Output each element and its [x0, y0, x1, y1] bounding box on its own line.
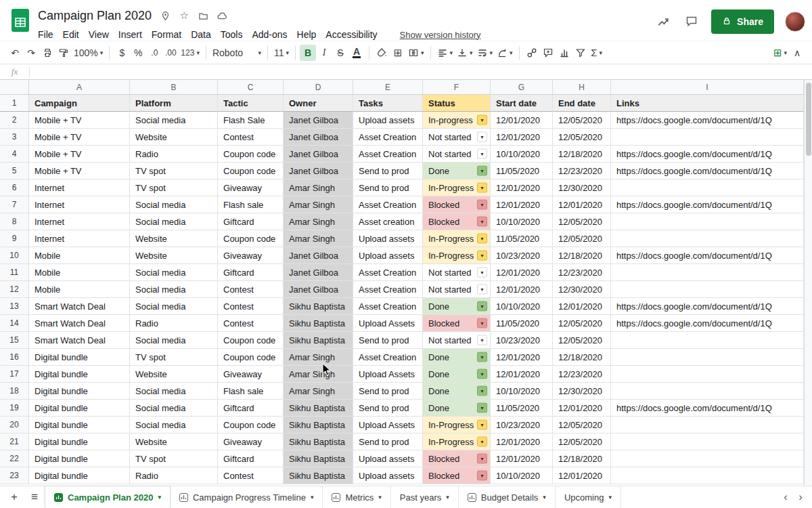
cell-D4[interactable]: Janet Gilboa [284, 146, 353, 163]
menu-data[interactable]: Data [186, 27, 216, 42]
cell-C7[interactable]: Flash sale [218, 196, 284, 213]
cell-E20[interactable]: Upload Assets [353, 417, 423, 433]
create-filter-button[interactable] [572, 45, 589, 61]
cell-C20[interactable]: Coupon code [218, 417, 284, 433]
row-number-9[interactable]: 9 [0, 230, 29, 247]
cell-F19[interactable]: Done▼ [423, 400, 491, 417]
cell-E17[interactable]: Upload Assets [353, 366, 423, 383]
cell-H2[interactable]: 12/05/2020 [553, 112, 611, 129]
row-number-22[interactable]: 22 [0, 450, 29, 467]
cell-A18[interactable]: Digital bundle [29, 383, 130, 400]
cell-E4[interactable]: Asset Creation [353, 146, 423, 163]
column-header-E[interactable]: E [353, 80, 423, 94]
cell-E11[interactable]: Asset Creation [353, 264, 423, 281]
cell-F17[interactable]: Done▼ [423, 366, 491, 383]
cell-C5[interactable]: Coupon code [218, 163, 284, 179]
menu-help[interactable]: Help [292, 27, 321, 42]
row-number-12[interactable]: 12 [0, 281, 29, 298]
insert-comment-button[interactable] [540, 45, 556, 61]
cell-E19[interactable]: Send to prod [353, 400, 423, 417]
cell-F5[interactable]: Done▼ [423, 163, 491, 179]
cell-E22[interactable]: Upload assets [353, 450, 423, 467]
cell-F2[interactable]: In-progress▼ [423, 112, 491, 129]
row-number-6[interactable]: 6 [0, 179, 29, 196]
version-history-link[interactable]: Show version history [400, 30, 481, 40]
status-dropdown-button[interactable]: ▼ [477, 268, 487, 278]
menu-format[interactable]: Format [147, 27, 186, 42]
cell-G10[interactable]: 10/23/2020 [491, 247, 553, 264]
cell-E9[interactable]: Upload assets [353, 230, 423, 247]
cell-C11[interactable]: Giftcard [218, 264, 284, 281]
cell-B11[interactable]: Social media [130, 264, 218, 281]
cell-F21[interactable]: In-Progress▼ [423, 433, 491, 450]
borders-button[interactable]: ⊞ [390, 45, 406, 61]
cell-C3[interactable]: Contest [218, 129, 284, 146]
vertical-scrollbar[interactable] [804, 80, 812, 486]
cell-A21[interactable]: Digital bundle [29, 433, 130, 450]
cell-B8[interactable]: Social media [130, 213, 218, 230]
row-number-15[interactable]: 15 [0, 332, 29, 349]
cell-B2[interactable]: Social media [130, 112, 218, 129]
cell-C23[interactable]: Contest [218, 467, 284, 484]
cell-B4[interactable]: Radio [130, 146, 218, 163]
decrease-decimals-button[interactable]: .0 [146, 45, 162, 61]
cell-H19[interactable]: 12/01/2020 [553, 400, 611, 417]
cell-A19[interactable]: Digital bundle [29, 400, 130, 417]
cell-A13[interactable]: Smart Watch Deal [29, 298, 130, 315]
cell-F11[interactable]: Not started▼ [423, 264, 491, 281]
row-number-7[interactable]: 7 [0, 196, 29, 213]
cell-D20[interactable]: Sikhu Baptista [284, 417, 353, 433]
cell-B22[interactable]: TV spot [130, 450, 218, 467]
status-dropdown-button[interactable]: ▼ [477, 183, 487, 193]
italic-button[interactable]: I [316, 45, 332, 61]
cell-H12[interactable]: 12/30/2020 [553, 281, 611, 298]
cell-G21[interactable]: 12/01/2020 [491, 433, 553, 450]
cell-G3[interactable]: 12/01/2020 [491, 129, 553, 146]
collapse-toolbar-button[interactable]: ∧ [789, 45, 805, 61]
cell-F23[interactable]: Blocked▼ [423, 467, 491, 484]
share-button[interactable]: Share [711, 9, 774, 34]
status-dropdown-button[interactable]: ▼ [477, 149, 487, 159]
cell-I6[interactable] [611, 179, 804, 196]
cell-B5[interactable]: TV spot [130, 163, 218, 179]
cell-B9[interactable]: Website [130, 230, 218, 247]
cell-G9[interactable]: 11/05/2020 [491, 230, 553, 247]
cell-D13[interactable]: Sikhu Baptista [284, 298, 353, 315]
cell-B14[interactable]: Radio [130, 315, 218, 332]
cell-H15[interactable]: 12/05/2020 [553, 332, 611, 349]
column-header-C[interactable]: C [218, 80, 284, 94]
cell-G12[interactable]: 12/01/2020 [491, 281, 553, 298]
cell-D14[interactable]: Sikhu Baptista [284, 315, 353, 332]
cell-B17[interactable]: Website [130, 366, 218, 383]
cell-A15[interactable]: Smart Watch Deal [29, 332, 130, 349]
cell-D3[interactable]: Janet Gilboa [284, 129, 353, 146]
cell-D15[interactable]: Sikhu Baptista [284, 332, 353, 349]
cell-I14[interactable]: https://docs.google.com/document/d/1Q [611, 315, 804, 332]
row-number-19[interactable]: 19 [0, 400, 29, 417]
cell-E5[interactable]: Send to prod [353, 163, 423, 179]
column-header-D[interactable]: D [284, 80, 353, 94]
cell-G4[interactable]: 10/10/2020 [491, 146, 553, 163]
cell-I1[interactable]: Links [611, 95, 804, 112]
cell-G14[interactable]: 11/05/2020 [491, 315, 553, 332]
cell-C22[interactable]: Giftcard [218, 450, 284, 467]
cell-B10[interactable]: Website [130, 247, 218, 264]
cell-F16[interactable]: Done▼ [423, 349, 491, 366]
sheet-tab-campaign-plan-2020[interactable]: Campaign Plan 2020▾ [45, 486, 171, 508]
paint-format-button[interactable] [55, 45, 72, 61]
cell-H21[interactable]: 12/05/2020 [553, 433, 611, 450]
cell-B13[interactable]: Social media [130, 298, 218, 315]
row-number-17[interactable]: 17 [0, 366, 29, 383]
cell-D7[interactable]: Amar Singh [284, 196, 353, 213]
cell-G7[interactable]: 12/01/2020 [491, 196, 553, 213]
cell-A7[interactable]: Internet [29, 196, 130, 213]
cell-A10[interactable]: Mobile [29, 247, 130, 264]
cell-C8[interactable]: Giftcard [218, 213, 284, 230]
text-color-button[interactable]: A [348, 45, 365, 61]
print-button[interactable] [39, 45, 55, 61]
row-number-14[interactable]: 14 [0, 315, 29, 332]
column-header-F[interactable]: F [423, 80, 491, 94]
cell-I11[interactable] [611, 264, 804, 281]
cell-E10[interactable]: Upload assets [353, 247, 423, 264]
activity-trend-icon[interactable] [654, 13, 672, 30]
